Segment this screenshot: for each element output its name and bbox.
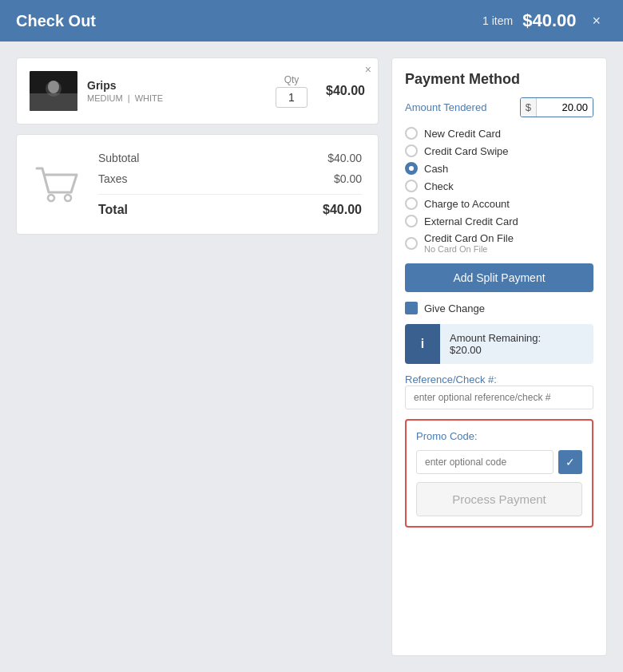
item-image <box>30 71 77 111</box>
promo-section: Promo Code: ✓ Process Payment <box>405 419 593 528</box>
give-change-row[interactable]: Give Change <box>405 302 593 314</box>
header-total: $40.00 <box>522 10 576 31</box>
option-new-credit-card[interactable]: New Credit Card <box>405 127 593 140</box>
option-label-credit-card-on-file: Credit Card On File <box>424 232 514 244</box>
total-value: $40.00 <box>323 203 362 217</box>
radio-check <box>405 180 418 192</box>
amount-tendered-row: Amount Tendered $ <box>405 97 593 117</box>
option-cash[interactable]: Cash <box>405 162 593 175</box>
amount-remaining-box: i Amount Remaining: $20.00 <box>405 324 593 364</box>
amount-tendered-input[interactable] <box>537 98 593 117</box>
reference-label: Reference/Check #: <box>405 374 593 385</box>
header-right: 1 item $40.00 × <box>482 10 607 33</box>
promo-label: Promo Code: <box>416 430 582 442</box>
radio-new-credit-card <box>405 127 418 140</box>
option-external-credit-card[interactable]: External Credit Card <box>405 215 593 227</box>
page-title: Check Out <box>16 12 96 30</box>
payment-options: New Credit Card Credit Card Swipe Cash C… <box>405 127 593 254</box>
option-label-cash: Cash <box>424 163 448 175</box>
option-check[interactable]: Check <box>405 180 593 192</box>
option-label-external-credit-card: External Credit Card <box>424 215 518 227</box>
process-payment-button[interactable]: Process Payment <box>416 482 582 516</box>
give-change-label: Give Change <box>424 302 485 314</box>
subtotal-row: Subtotal $40.00 <box>98 148 362 168</box>
radio-credit-card-swipe <box>405 144 418 157</box>
subtotal-label: Subtotal <box>98 152 139 164</box>
credit-card-on-file-sublabel: No Card On File <box>424 244 514 254</box>
cart-icon <box>33 160 81 208</box>
promo-input-row: ✓ <box>416 450 582 474</box>
totals-card: Subtotal $40.00 Taxes $0.00 Total $40.00 <box>16 134 379 235</box>
reference-section: Reference/Check #: <box>405 374 593 409</box>
payment-panel: Payment Method Amount Tendered $ New Cre… <box>391 57 607 656</box>
item-count: 1 item <box>482 14 513 27</box>
option-label-credit-card-swipe: Credit Card Swipe <box>424 145 509 157</box>
item-qty-section: Qty 1 <box>276 74 308 108</box>
option-label-charge-to-account: Charge to Account <box>424 198 510 210</box>
subtotal-value: $40.00 <box>327 152 362 164</box>
amount-input-wrapper: $ <box>520 97 593 117</box>
give-change-checkbox[interactable] <box>405 302 418 314</box>
main-content: Grips MEDIUM | WHITE Qty 1 $40.00 × <box>0 42 623 672</box>
item-name: Grips <box>87 79 266 92</box>
qty-value: 1 <box>276 87 308 108</box>
taxes-row: Taxes $0.00 <box>98 168 362 189</box>
taxes-value: $0.00 <box>334 172 362 185</box>
totals-rows: Subtotal $40.00 Taxes $0.00 Total $40.00 <box>98 148 362 221</box>
option-credit-card-on-file[interactable]: Credit Card On File No Card On File <box>405 232 593 254</box>
svg-point-3 <box>48 81 59 93</box>
promo-input[interactable] <box>416 450 554 474</box>
currency-symbol: $ <box>521 98 537 117</box>
info-icon: i <box>405 324 440 364</box>
radio-charge-to-account <box>405 197 418 210</box>
item-image-svg <box>30 71 77 111</box>
promo-apply-button[interactable]: ✓ <box>558 450 582 474</box>
taxes-label: Taxes <box>98 172 128 185</box>
item-variant: MEDIUM | WHITE <box>87 93 266 103</box>
option-label-check: Check <box>424 180 454 192</box>
amount-remaining-text: Amount Remaining: $20.00 <box>440 324 593 364</box>
item-details: Grips MEDIUM | WHITE <box>87 79 266 103</box>
cart-icon-area <box>33 148 90 221</box>
left-panel: Grips MEDIUM | WHITE Qty 1 $40.00 × <box>16 57 379 656</box>
total-label: Total <box>98 203 128 217</box>
svg-point-5 <box>48 195 54 201</box>
add-split-payment-button[interactable]: Add Split Payment <box>405 263 593 292</box>
remove-item-button[interactable]: × <box>365 63 371 76</box>
radio-external-credit-card <box>405 215 418 227</box>
close-button[interactable]: × <box>585 10 607 33</box>
option-credit-card-swipe[interactable]: Credit Card Swipe <box>405 144 593 157</box>
qty-label: Qty <box>284 74 300 85</box>
amount-tendered-label: Amount Tendered <box>405 101 514 113</box>
amount-remaining-value: $20.00 <box>450 344 482 356</box>
item-price: $40.00 <box>317 84 365 98</box>
header: Check Out 1 item $40.00 × <box>0 0 623 42</box>
option-credit-card-on-file-labels: Credit Card On File No Card On File <box>424 232 514 254</box>
cart-item-card: Grips MEDIUM | WHITE Qty 1 $40.00 × <box>16 57 379 125</box>
payment-method-title: Payment Method <box>405 71 593 88</box>
reference-input[interactable] <box>405 385 593 409</box>
svg-point-6 <box>65 195 71 201</box>
radio-credit-card-on-file <box>405 237 418 250</box>
total-row: Total $40.00 <box>98 194 362 221</box>
option-label-new-credit-card: New Credit Card <box>424 128 501 140</box>
amount-remaining-label: Amount Remaining: <box>450 332 541 344</box>
option-charge-to-account[interactable]: Charge to Account <box>405 197 593 210</box>
radio-cash <box>405 162 418 175</box>
